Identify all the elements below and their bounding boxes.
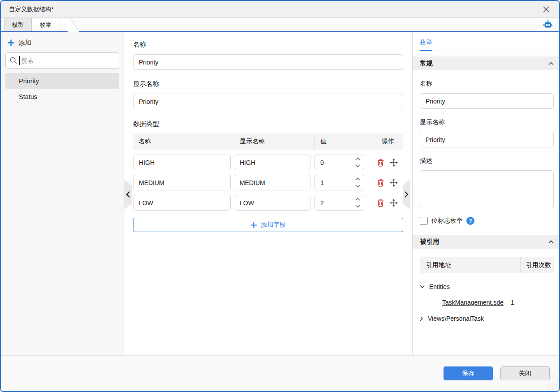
list-item-priority[interactable]: Priority bbox=[5, 73, 119, 89]
row-value-stepper bbox=[314, 175, 364, 190]
references-tree: Entities TaskManagement.sde 1 Views\Pers… bbox=[420, 282, 554, 323]
bit-flag-label: 位标志枚举 bbox=[431, 217, 463, 225]
data-type-label: 数据类型 bbox=[133, 120, 403, 128]
robot-assistant-icon[interactable] bbox=[543, 20, 553, 31]
tree-node-label: Views\PersonalTask bbox=[428, 315, 484, 322]
delete-row-icon[interactable] bbox=[376, 178, 385, 187]
bit-flag-checkbox[interactable] bbox=[420, 217, 428, 225]
table-row bbox=[133, 175, 403, 190]
row-value-stepper bbox=[314, 195, 364, 211]
section-general[interactable]: 常规 bbox=[413, 56, 559, 70]
table-row bbox=[133, 155, 403, 170]
add-label: 添加 bbox=[18, 39, 31, 47]
chevron-left-icon bbox=[126, 191, 130, 198]
section-referenced[interactable]: 被引用 bbox=[413, 235, 559, 249]
plus-icon bbox=[250, 222, 257, 228]
enum-values-table-header: 名称 显示名称 值 操作 bbox=[133, 134, 403, 150]
rp-display-name-label: 显示名称 bbox=[420, 118, 554, 126]
help-icon[interactable]: ? bbox=[466, 217, 474, 225]
section-general-title: 常规 bbox=[420, 59, 433, 68]
rp-display-name-input[interactable] bbox=[420, 132, 554, 147]
delete-row-icon[interactable] bbox=[376, 158, 385, 167]
rp-name-label: 名称 bbox=[420, 80, 554, 88]
chevron-up-icon bbox=[548, 240, 554, 244]
references-table-header: 引用地址 引用次数 bbox=[420, 257, 554, 273]
column-header-name: 名称 bbox=[133, 134, 234, 150]
custom-data-structure-dialog: 自定义数据结构* 模型 枚举 bbox=[0, 0, 560, 392]
column-header-actions: 操作 bbox=[376, 134, 403, 150]
stepper-up-icon[interactable] bbox=[354, 196, 361, 202]
properties-tabs: 枚举 bbox=[413, 32, 559, 51]
footer-bar: 保存 关闭 bbox=[1, 355, 559, 391]
chevron-right-icon bbox=[420, 316, 423, 321]
save-button[interactable]: 保存 bbox=[444, 366, 493, 380]
table-row bbox=[133, 195, 403, 211]
name-label: 名称 bbox=[133, 40, 403, 49]
row-display-name-input[interactable] bbox=[234, 155, 310, 170]
move-row-icon[interactable] bbox=[389, 158, 398, 167]
tab-enum-label: 枚举 bbox=[40, 21, 52, 29]
bit-flag-row: 位标志枚举 ? bbox=[420, 217, 554, 225]
rp-description-textarea[interactable] bbox=[420, 170, 554, 208]
row-display-name-input[interactable] bbox=[234, 195, 310, 211]
row-name-input[interactable] bbox=[133, 155, 231, 170]
sidebar: 添加 Priority Status bbox=[1, 32, 124, 355]
chevron-down-icon bbox=[420, 285, 425, 289]
add-field-label: 添加字段 bbox=[261, 221, 286, 229]
titlebar: 自定义数据结构* bbox=[1, 1, 559, 18]
tree-leaf-taskmanagement: TaskManagement.sde 1 bbox=[442, 298, 554, 307]
chevron-right-icon bbox=[405, 191, 409, 198]
tab-model-label: 模型 bbox=[12, 21, 24, 29]
stepper-down-icon[interactable] bbox=[354, 203, 361, 209]
tree-node-views-personaltask[interactable]: Views\PersonalTask bbox=[420, 314, 554, 323]
tab-enum[interactable]: 枚举 bbox=[31, 18, 59, 31]
row-value-stepper bbox=[314, 155, 364, 170]
row-name-input[interactable] bbox=[133, 175, 231, 190]
column-header-value: 值 bbox=[314, 134, 376, 150]
section-referenced-title: 被引用 bbox=[420, 237, 439, 246]
search-input[interactable] bbox=[5, 52, 119, 69]
move-row-icon[interactable] bbox=[389, 198, 398, 207]
column-header-ref-count: 引用次数 bbox=[520, 257, 554, 273]
list-item-label: Priority bbox=[19, 78, 39, 85]
enum-list: Priority Status bbox=[5, 73, 119, 104]
row-display-name-input[interactable] bbox=[234, 175, 310, 190]
search-box bbox=[5, 52, 119, 69]
text-caret bbox=[19, 56, 20, 65]
tree-node-entities[interactable]: Entities bbox=[420, 282, 554, 291]
properties-panel: 枚举 常规 名称 显示名称 描述 位标志枚举 ? 被引用 引用 bbox=[412, 32, 559, 355]
column-header-ref-address: 引用地址 bbox=[420, 261, 520, 269]
tab-bar: 模型 枚举 bbox=[1, 18, 559, 32]
display-name-label: 显示名称 bbox=[133, 80, 403, 88]
reference-count: 1 bbox=[511, 299, 514, 306]
close-icon[interactable] bbox=[540, 4, 552, 15]
tree-node-label: Entities bbox=[429, 283, 450, 290]
search-icon bbox=[9, 56, 17, 66]
plus-icon bbox=[7, 39, 15, 47]
reference-link[interactable]: TaskManagement.sde bbox=[442, 299, 504, 306]
add-enum-button[interactable]: 添加 bbox=[7, 39, 124, 47]
display-name-input[interactable] bbox=[133, 94, 403, 109]
stepper-down-icon[interactable] bbox=[354, 183, 361, 189]
stepper-up-icon[interactable] bbox=[354, 156, 361, 162]
column-header-display-name: 显示名称 bbox=[234, 134, 314, 150]
row-name-input[interactable] bbox=[133, 195, 231, 211]
dialog-content: 添加 Priority Status bbox=[1, 32, 559, 355]
enum-editor: 名称 显示名称 数据类型 名称 显示名称 值 操作 bbox=[124, 32, 412, 355]
dialog-title: 自定义数据结构* bbox=[9, 5, 54, 13]
close-button[interactable]: 关闭 bbox=[500, 366, 550, 380]
stepper-up-icon[interactable] bbox=[354, 176, 361, 182]
rp-name-input[interactable] bbox=[420, 93, 554, 109]
move-row-icon[interactable] bbox=[389, 178, 398, 187]
add-field-button[interactable]: 添加字段 bbox=[133, 218, 403, 232]
delete-row-icon[interactable] bbox=[376, 198, 385, 207]
list-item-label: Status bbox=[19, 93, 37, 100]
list-item-status[interactable]: Status bbox=[5, 89, 119, 104]
rp-description-label: 描述 bbox=[420, 157, 554, 165]
chevron-up-icon bbox=[548, 62, 554, 65]
stepper-down-icon[interactable] bbox=[354, 163, 361, 169]
name-input[interactable] bbox=[133, 54, 403, 70]
properties-tab-enum[interactable]: 枚举 bbox=[420, 39, 432, 51]
tab-model[interactable]: 模型 bbox=[4, 18, 31, 31]
